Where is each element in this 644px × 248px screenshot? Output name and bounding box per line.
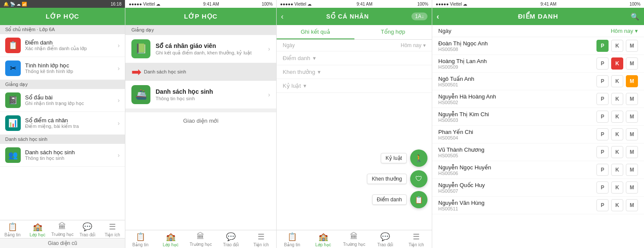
screen-3-so-ca-nhan: ●●●●● Viettel ☁ 9:41 AM 100% ‹ SỔ CÁ NHÂ… <box>277 0 432 248</box>
section-label-2: Giảng dạy <box>0 80 125 89</box>
menu-so-dau-bai[interactable]: 📓 Sổ đầu bài Ghi nhận tình trạng lớp học… <box>0 89 125 112</box>
att-p-button[interactable]: P <box>596 57 609 70</box>
att-m-button[interactable]: M <box>626 40 638 52</box>
student-row: Nguyễn Văn Hùng HS00511 P K M <box>432 197 644 214</box>
filter-row: Ngày Hôm nay ▾ <box>277 40 432 51</box>
att-m-button[interactable]: M <box>626 146 638 158</box>
menu-diem-danh[interactable]: 📋 Điểm danh Xác nhận điểm danh của lớp › <box>0 34 125 57</box>
nav-lop-hoc[interactable]: 🏫 Lớp học <box>25 222 50 237</box>
att-m-button[interactable]: M <box>626 164 638 176</box>
back-button-4[interactable]: ‹ <box>437 12 440 21</box>
att-k-button[interactable]: K <box>611 128 623 140</box>
fab-khen-thuong-button[interactable]: 🛡 <box>410 170 427 188</box>
att-p-button[interactable]: P <box>596 128 609 140</box>
fab-diem-danh-button[interactable]: 📋 <box>410 191 427 208</box>
attendance-buttons: P K M <box>596 93 638 105</box>
header-title-2: LỚP HỌC <box>184 13 218 20</box>
nav-truong-hoc[interactable]: 🏛 Trường học <box>50 222 75 237</box>
att-p-button[interactable]: P <box>596 93 609 105</box>
so-diem-icon: 📊 <box>5 115 21 131</box>
menu-tinh-hinh[interactable]: ✂ Tình hình lớp học Thống kê tình hình l… <box>0 57 125 80</box>
att-m-button[interactable]: M <box>626 181 638 194</box>
student-id: HS00508 <box>438 47 596 52</box>
header-2: LỚP HỌC <box>125 8 276 25</box>
student-id: HS00505 <box>438 153 596 158</box>
trao-doi-icon: 💬 <box>83 222 92 232</box>
att-k-button[interactable]: K <box>611 111 623 123</box>
section-ky-luat[interactable]: Kỷ luật ▾ <box>277 79 432 93</box>
section-diem-danh[interactable]: Điểm danh ▾ <box>277 51 432 65</box>
nav-tien-ich[interactable]: ☰ Tiện ích <box>100 222 125 237</box>
att-k-button[interactable]: K <box>611 75 623 87</box>
filter-value[interactable]: Hôm nay ▾ <box>401 42 426 48</box>
att-m-button[interactable]: M <box>626 75 638 87</box>
student-row: Đoàn Thị Ngọc Anh HS00508 P K M <box>432 37 644 55</box>
student-row: Ngô Tuấn Anh HS00501 P K M <box>432 73 644 90</box>
nav2-bang-tin[interactable]: 📋 Bảng tin <box>125 232 156 247</box>
att-k-button[interactable]: K <box>611 40 623 52</box>
menu-so-ca-nhan[interactable]: 📗 Sổ cá nhân giáo viên Ghi kết quả điểm … <box>125 35 276 63</box>
new-ui-caption: Giao diện mới <box>125 112 276 129</box>
nav3-lop-hoc[interactable]: 🏫 Lớp học <box>308 232 339 247</box>
att-p-button[interactable]: P <box>596 146 609 158</box>
att-p-button[interactable]: P <box>596 75 609 87</box>
att-k-button[interactable]: K <box>611 181 623 194</box>
diem-danh-icon: 📋 <box>5 38 21 53</box>
lop-hoc-icon: 🏫 <box>33 222 42 232</box>
att-p-button[interactable]: P <box>596 181 609 194</box>
student-name: Ngô Tuấn Anh <box>438 76 596 82</box>
student-info: Ngô Tuấn Anh HS00501 <box>438 76 596 87</box>
student-info: Vũ Thành Chương HS00505 <box>438 146 596 158</box>
menu-danh-sach-1[interactable]: 👥 Danh sách học sinh Thông tin học sinh … <box>0 144 125 167</box>
attendance-buttons: P K M <box>596 146 638 158</box>
arrow-section: ➡ Danh sách học sinh <box>125 63 276 81</box>
arrow-label: Danh sách học sinh <box>144 69 186 75</box>
att-k-button[interactable]: K <box>611 164 623 176</box>
student-name: Đoàn Thị Ngọc Anh <box>438 40 596 47</box>
nav2-lop-hoc[interactable]: 🏫 Lớp học <box>156 232 186 247</box>
att-p-button[interactable]: P <box>596 40 609 52</box>
so-dau-bai-icon: 📓 <box>5 92 21 108</box>
fab-ky-luat-button[interactable]: 🚶 <box>410 149 427 167</box>
menu-danh-sach-2[interactable]: 🚢 Danh sách học sinh Thông tin học sinh … <box>125 81 276 109</box>
status-bar-3: ●●●●● Viettel ☁ 9:41 AM 100% <box>277 0 432 8</box>
att-p-button[interactable]: P <box>596 164 609 176</box>
att-p-button[interactable]: P <box>596 111 609 123</box>
tab-ghi-ket-qua[interactable]: Ghi kết quả <box>277 25 354 39</box>
back-button-3[interactable]: ‹ <box>281 12 284 21</box>
att-m-button[interactable]: M <box>626 93 638 105</box>
nav-bang-tin[interactable]: 📋 Bảng tin <box>0 222 25 237</box>
att-m-button[interactable]: M <box>626 111 638 123</box>
student-info: Nguyễn Hà Hoàng Anh HS00502 <box>438 93 596 105</box>
nav2-trao-doi[interactable]: 💬 Trao đổi <box>216 232 246 247</box>
student-name: Nguyễn Văn Hùng <box>438 200 596 206</box>
att-m-button[interactable]: M <box>626 199 638 211</box>
nav3-truong-hoc[interactable]: 🏛 Trường học <box>339 232 370 247</box>
att-m-button[interactable]: M <box>626 57 638 70</box>
att-p-button[interactable]: P <box>596 199 609 211</box>
section-khen-thuong[interactable]: Khen thưởng ▾ <box>277 65 432 79</box>
attendance-buttons: P K M <box>596 40 638 52</box>
nav2-truong-hoc[interactable]: 🏛 Trường học <box>186 232 216 247</box>
att-m-button[interactable]: M <box>626 128 638 140</box>
truong-hoc-icon: 🏛 <box>58 222 66 231</box>
att-k-button[interactable]: K <box>611 93 623 105</box>
date-value[interactable]: Hôm nay ▾ <box>611 28 638 34</box>
menu-so-diem[interactable]: 📊 Sổ điểm cá nhân Điểm miệng, bài kiểm t… <box>0 112 125 135</box>
tab-tong-hop[interactable]: Tổng hợp <box>354 25 432 39</box>
student-row: Phan Yến Chi HS00504 P K M <box>432 126 644 143</box>
att-k-button[interactable]: K <box>611 146 623 158</box>
nav-trao-doi[interactable]: 💬 Trao đổi <box>75 222 100 237</box>
attendance-buttons: P K M <box>596 57 638 70</box>
header-4: ‹ ĐIỂM DANH 🔍 <box>432 8 644 25</box>
search-button-4[interactable]: 🔍 <box>631 13 640 21</box>
section-giang-day: Giảng dạy <box>125 25 276 35</box>
nav3-bang-tin[interactable]: 📋 Bảng tin <box>277 232 308 247</box>
student-row: Nguyễn Quốc Huy HS00507 P K M <box>432 179 644 197</box>
class-badge[interactable]: 1A↓ <box>411 13 427 20</box>
nav3-tien-ich[interactable]: ☰ Tiện ích <box>401 232 432 247</box>
nav3-trao-doi[interactable]: 💬 Trao đổi <box>370 232 401 247</box>
nav2-tien-ich[interactable]: ☰ Tiện ích <box>246 232 276 247</box>
att-k-button[interactable]: K <box>611 57 623 70</box>
att-k-button[interactable]: K <box>611 199 623 211</box>
